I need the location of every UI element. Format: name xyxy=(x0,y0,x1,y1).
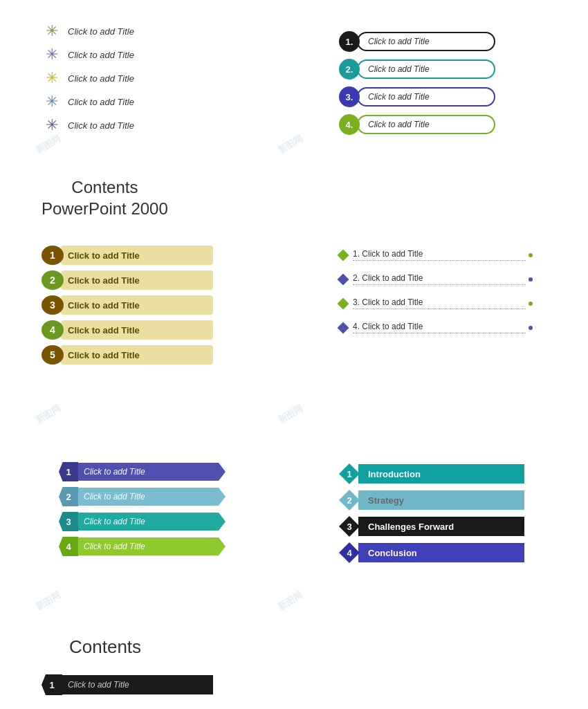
diamond-number: 3 xyxy=(339,516,360,537)
oval-bar[interactable]: Click to add Title xyxy=(61,295,213,315)
list-item[interactable]: 1. Click to add Title xyxy=(339,249,533,261)
arrow-bar[interactable]: Click to add Title xyxy=(77,488,219,506)
snowflake-icon: ✳ xyxy=(42,68,62,89)
dotted-label: 2. Click to add Title xyxy=(353,273,526,285)
oval-label: Click to add Title xyxy=(68,325,140,335)
diamond-icon xyxy=(338,297,349,309)
list-item[interactable]: 1 Click to add Title xyxy=(42,674,213,695)
watermark-4: 新图网 xyxy=(275,402,305,426)
arrow-label: Click to add Title xyxy=(84,542,145,551)
oval-bar[interactable]: Click to add Title xyxy=(61,345,213,365)
arrow-number: 4 xyxy=(59,537,78,556)
dot-end xyxy=(529,253,533,257)
bottom-bar[interactable]: Click to add Title xyxy=(61,675,213,694)
dot-end xyxy=(529,302,533,306)
snowflake-icon: ✳ xyxy=(42,21,62,42)
list-item[interactable]: 2. Click to add Title xyxy=(339,59,495,80)
list-item[interactable]: 4. Click to add Title xyxy=(339,114,495,135)
list-item[interactable]: 1 Click to add Title xyxy=(42,246,213,265)
oval-bar[interactable]: Click to add Title xyxy=(61,246,213,265)
list-item[interactable]: 2 Click to add Title xyxy=(59,487,219,506)
dotted-label: 4. Click to add Title xyxy=(353,322,526,333)
list-item[interactable]: 3 Click to add Title xyxy=(42,295,213,315)
list-item[interactable]: 2. Click to add Title xyxy=(339,273,533,285)
list-item[interactable]: 3 Challenges Forward xyxy=(339,516,524,537)
teal-label: Strategy xyxy=(368,495,404,506)
diamond-icon xyxy=(338,322,349,333)
list-item[interactable]: 1. Click to add Title xyxy=(339,31,495,52)
list-item[interactable]: 5 Click to add Title xyxy=(42,345,213,365)
oval-label: Click to add Title xyxy=(68,350,140,360)
oval-number: 3 xyxy=(42,295,64,315)
teal-bar[interactable]: Introduction xyxy=(358,464,524,484)
list-item[interactable]: ✳ Click to add Title xyxy=(42,21,134,42)
list-item[interactable]: 4 Conclusion xyxy=(339,542,524,563)
list-item[interactable]: 1 Click to add Title xyxy=(59,462,219,481)
teal-bar[interactable]: Challenges Forward xyxy=(358,517,524,536)
pill-number: 4. xyxy=(339,114,360,135)
pill-label: Click to add Title xyxy=(368,37,430,46)
arrow-bar[interactable]: Click to add Title xyxy=(77,537,219,555)
list-item[interactable]: 3 Click to add Title xyxy=(59,512,219,531)
list-item[interactable]: ✳ Click to add Title xyxy=(42,68,134,89)
list-item[interactable]: 4 Click to add Title xyxy=(59,537,219,556)
list-item[interactable]: 4 Click to add Title xyxy=(42,320,213,340)
list-item[interactable]: 2 Click to add Title xyxy=(42,270,213,290)
diamond-number: 1 xyxy=(339,463,360,484)
item-label[interactable]: Click to add Title xyxy=(68,97,134,107)
teal-bar[interactable]: Strategy xyxy=(358,490,524,510)
oval-bar[interactable]: Click to add Title xyxy=(61,270,213,290)
list-item[interactable]: ✳ Click to add Title xyxy=(42,115,134,136)
oval-number: 4 xyxy=(42,320,64,340)
arrow-bar[interactable]: Click to add Title xyxy=(77,463,219,481)
diamond-number: 2 xyxy=(339,490,360,510)
pill-bar[interactable]: Click to add Title xyxy=(357,32,495,51)
list-item[interactable]: ✳ Click to add Title xyxy=(42,91,134,112)
pill-bar[interactable]: Click to add Title xyxy=(357,87,495,107)
list-item[interactable]: 2 Strategy xyxy=(339,490,524,510)
watermark-2: 新图网 xyxy=(275,132,305,156)
contents-title: ContentsPowerPoint 2000 xyxy=(42,176,168,219)
diamond-icon xyxy=(338,273,349,285)
dotted-label: 3. Click to add Title xyxy=(353,297,526,309)
snowflake-list: ✳ Click to add Title ✳ Click to add Titl… xyxy=(42,21,134,138)
item-label[interactable]: Click to add Title xyxy=(68,120,134,131)
watermark-5: 新图网 xyxy=(33,589,63,613)
dot-end xyxy=(529,277,533,282)
teal-label: Challenges Forward xyxy=(368,522,454,532)
list-item[interactable]: 4. Click to add Title xyxy=(339,322,533,333)
pill-number: 2. xyxy=(339,59,360,80)
pill-number: 1. xyxy=(339,31,360,52)
snowflake-icon: ✳ xyxy=(42,44,62,65)
bottom-contents-header: Contents xyxy=(69,636,141,658)
item-label[interactable]: Click to add Title xyxy=(68,26,134,37)
list-item[interactable]: 3. Click to add Title xyxy=(339,86,495,107)
oval-bar[interactable]: Click to add Title xyxy=(61,320,213,340)
diamond-icon xyxy=(338,249,349,261)
dotted-list: 1. Click to add Title 2. Click to add Ti… xyxy=(339,249,533,346)
oval-label: Click to add Title xyxy=(68,275,140,286)
arrow-label: Click to add Title xyxy=(84,517,145,526)
arrow-label: Click to add Title xyxy=(84,467,145,477)
teal-bar[interactable]: Conclusion xyxy=(358,543,524,562)
list-item[interactable]: 3. Click to add Title xyxy=(339,297,533,309)
snowflake-icon: ✳ xyxy=(42,91,62,112)
bottom-items-list: 1 Click to add Title xyxy=(42,674,213,698)
teal-list: 1 Introduction 2 Strategy 3 Challenges F… xyxy=(339,463,524,569)
list-item[interactable]: ✳ Click to add Title xyxy=(42,44,134,65)
item-label[interactable]: Click to add Title xyxy=(68,73,134,84)
list-item[interactable]: 1 Introduction xyxy=(339,463,524,484)
pill-bar[interactable]: Click to add Title xyxy=(357,59,495,79)
arrow-number: 1 xyxy=(59,462,78,481)
watermark-6: 新图网 xyxy=(275,589,305,613)
arrow-number: 2 xyxy=(59,487,78,506)
pill-label: Click to add Title xyxy=(368,64,430,74)
pill-bar[interactable]: Click to add Title xyxy=(357,115,495,134)
oval-number: 2 xyxy=(42,270,64,290)
item-label[interactable]: Click to add Title xyxy=(68,50,134,60)
arrow-list: 1 Click to add Title 2 Click to add Titl… xyxy=(59,462,219,562)
teal-label: Conclusion xyxy=(368,548,417,558)
contents-header: ContentsPowerPoint 2000 xyxy=(42,176,168,219)
arrow-bar[interactable]: Click to add Title xyxy=(77,513,219,531)
watermark-3: 新图网 xyxy=(33,402,63,426)
